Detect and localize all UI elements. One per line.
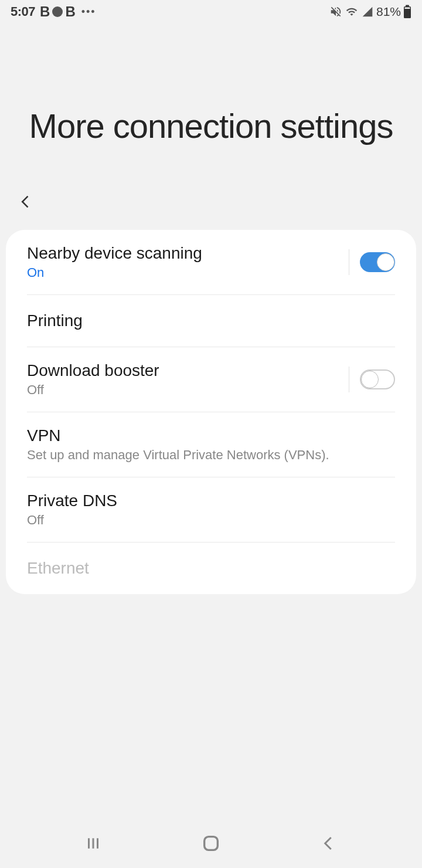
home-icon bbox=[201, 833, 221, 853]
mute-vibrate-icon bbox=[329, 5, 342, 18]
separator bbox=[349, 249, 349, 275]
setting-title: Ethernet bbox=[27, 559, 395, 578]
toggle-knob bbox=[361, 371, 379, 388]
setting-printing[interactable]: Printing bbox=[6, 295, 416, 347]
setting-title: Nearby device scanning bbox=[27, 244, 349, 263]
setting-download-booster[interactable]: Download booster Off bbox=[6, 347, 416, 412]
setting-text: Ethernet bbox=[27, 559, 395, 578]
settings-card: Nearby device scanning On Printing Downl… bbox=[6, 230, 416, 594]
separator bbox=[349, 367, 349, 392]
setting-ethernet: Ethernet bbox=[6, 542, 416, 594]
recents-button[interactable] bbox=[84, 835, 102, 855]
setting-text: Private DNS Off bbox=[27, 491, 395, 528]
nav-back-button[interactable] bbox=[320, 835, 338, 855]
app-icon-b2: B bbox=[65, 4, 75, 20]
setting-private-dns[interactable]: Private DNS Off bbox=[6, 477, 416, 542]
status-left: 5:07 B B ••• bbox=[11, 4, 96, 20]
battery-percent: 81% bbox=[376, 5, 401, 19]
home-button[interactable] bbox=[201, 833, 221, 856]
status-bar: 5:07 B B ••• 81% bbox=[0, 0, 422, 23]
setting-sub: Set up and manage Virtual Private Networ… bbox=[27, 447, 395, 463]
recents-icon bbox=[84, 835, 102, 852]
page-header: More connection settings bbox=[0, 23, 422, 194]
setting-title: Private DNS bbox=[27, 491, 395, 510]
chevron-left-icon bbox=[320, 835, 338, 852]
setting-title: Download booster bbox=[27, 361, 349, 380]
svg-rect-3 bbox=[405, 8, 410, 9]
wifi-icon bbox=[345, 6, 359, 18]
page-title: More connection settings bbox=[23, 106, 399, 147]
svg-rect-7 bbox=[205, 837, 218, 850]
toggle-wrap bbox=[349, 249, 395, 275]
status-time: 5:07 bbox=[11, 4, 35, 19]
app-icon-b: B bbox=[40, 4, 50, 20]
nearby-scanning-toggle[interactable] bbox=[360, 252, 395, 272]
notification-icons: B B ••• bbox=[40, 4, 96, 20]
setting-text: Printing bbox=[27, 311, 395, 330]
setting-text: Download booster Off bbox=[27, 361, 349, 398]
back-button[interactable] bbox=[18, 202, 34, 212]
setting-title: VPN bbox=[27, 426, 395, 445]
svg-rect-2 bbox=[405, 9, 410, 18]
setting-status: Off bbox=[27, 513, 395, 528]
setting-text: Nearby device scanning On bbox=[27, 244, 349, 280]
svg-rect-1 bbox=[406, 5, 409, 7]
battery-icon bbox=[403, 5, 411, 19]
status-right: 81% bbox=[329, 5, 411, 19]
setting-text: VPN Set up and manage Virtual Private Ne… bbox=[27, 426, 395, 463]
setting-vpn[interactable]: VPN Set up and manage Virtual Private Ne… bbox=[6, 412, 416, 477]
navigation-bar bbox=[0, 821, 422, 868]
more-notifications-icon: ••• bbox=[81, 6, 96, 18]
chevron-left-icon bbox=[18, 194, 34, 210]
setting-nearby-scanning[interactable]: Nearby device scanning On bbox=[6, 230, 416, 294]
setting-title: Printing bbox=[27, 311, 395, 330]
setting-status: Off bbox=[27, 382, 349, 398]
toolbar bbox=[0, 194, 422, 230]
toggle-wrap bbox=[349, 367, 395, 392]
download-booster-toggle[interactable] bbox=[360, 369, 395, 389]
toggle-knob bbox=[377, 253, 394, 271]
app-icon-circle bbox=[52, 6, 63, 17]
setting-status: On bbox=[27, 265, 349, 280]
signal-icon bbox=[361, 6, 374, 18]
